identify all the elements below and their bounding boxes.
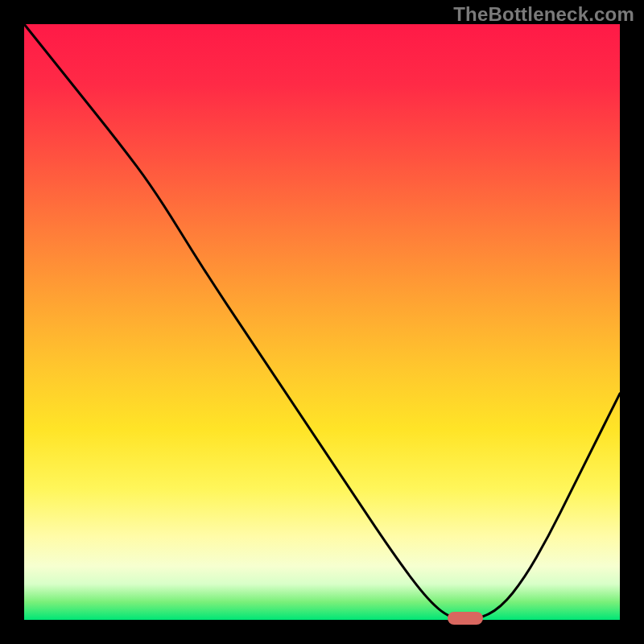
watermark-text: TheBottleneck.com [453, 3, 634, 26]
optimal-marker [448, 612, 483, 625]
gradient-plot-area [24, 24, 620, 620]
chart-frame: TheBottleneck.com [0, 0, 644, 644]
bottleneck-curve [24, 24, 620, 620]
